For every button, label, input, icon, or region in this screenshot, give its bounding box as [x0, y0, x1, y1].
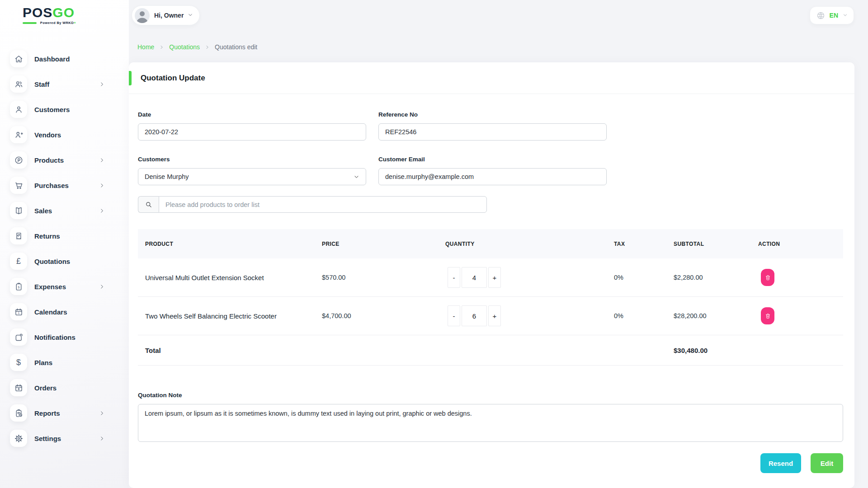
customer-user-icon [10, 101, 27, 118]
breadcrumb-current: Quotations edit [215, 43, 257, 51]
chevron-right-icon [99, 284, 105, 290]
sidebar-item-label: Notifications [34, 333, 75, 341]
quantity-decrease-button[interactable]: - [448, 305, 460, 326]
delete-row-button[interactable] [761, 269, 774, 286]
col-quantity: QUANTITY [438, 241, 607, 247]
logo-go: GO [52, 5, 75, 20]
sidebar-item-notifications[interactable]: Notifications [0, 324, 129, 350]
quotation-card: Quotation Update Date Reference No Custo… [129, 62, 854, 488]
chevron-right-icon [99, 410, 105, 416]
product-name: Universal Multi Outlet Extension Socket [138, 274, 315, 282]
page-title: Quotation Update [141, 74, 205, 83]
dollar-icon: $ [10, 354, 27, 371]
clipboard-clock-icon [10, 404, 27, 422]
chevron-down-icon [843, 11, 848, 19]
calendar-icon: 1 [10, 303, 27, 320]
date-input[interactable] [138, 123, 366, 141]
resend-button[interactable]: Resend [760, 453, 801, 473]
customers-select[interactable]: Denise Murphy [138, 168, 366, 185]
logo-pos: POS [23, 5, 52, 20]
sidebar-item-dashboard[interactable]: Dashboard [0, 46, 129, 71]
date-field-group: Date [138, 111, 366, 141]
chevron-right-icon [99, 208, 105, 214]
email-label: Customer Email [378, 156, 607, 163]
quantity-decrease-button[interactable]: - [448, 267, 460, 288]
sidebar-item-vendors[interactable]: Vendors [0, 122, 129, 147]
sidebar-item-settings[interactable]: Settings [0, 426, 129, 451]
product-subtotal: $28,200.00 [666, 312, 751, 319]
product-tax: 0% [607, 312, 666, 319]
sidebar-item-calendars[interactable]: 1 Calendars [0, 299, 129, 324]
chevron-right-icon [159, 45, 164, 50]
chevron-down-icon [188, 11, 193, 19]
sidebar-item-returns[interactable]: Returns [0, 223, 129, 249]
sidebar-item-orders[interactable]: Orders [0, 375, 129, 400]
sidebar-item-products[interactable]: Products [0, 147, 129, 173]
sidebar-item-expenses[interactable]: $ Expenses [0, 274, 129, 299]
breadcrumb-home[interactable]: Home [137, 43, 154, 51]
sidebar-item-purchases[interactable]: Purchases [0, 173, 129, 198]
quantity-increase-button[interactable]: + [488, 267, 501, 288]
quantity-increase-button[interactable]: + [488, 305, 501, 326]
language-code: EN [830, 12, 838, 19]
sidebar-item-label: Settings [34, 435, 61, 442]
sidebar: POSGO Powered By WRKD+ Dashboard Staff C… [0, 0, 129, 488]
logo-underline [23, 22, 37, 24]
chevron-right-icon [205, 45, 210, 50]
sidebar-item-plans[interactable]: $ Plans [0, 350, 129, 375]
sidebar-item-staff[interactable]: Staff [0, 71, 129, 97]
col-action: ACTION [751, 241, 843, 247]
breadcrumb: Home Quotations Quotations edit [137, 43, 868, 51]
sidebar-item-label: Expenses [34, 283, 66, 291]
sidebar-item-label: Customers [34, 106, 70, 113]
globe-icon [816, 11, 826, 20]
user-menu-button[interactable]: Hi, Owner [132, 5, 200, 25]
reference-input[interactable] [378, 123, 607, 141]
sidebar-item-label: Purchases [34, 182, 69, 189]
email-field[interactable] [378, 168, 607, 185]
trash-icon [764, 274, 771, 281]
sidebar-item-label: Products [34, 156, 64, 164]
app-logo[interactable]: POSGO Powered By WRKD+ [0, 0, 129, 33]
sidebar-menu: Dashboard Staff Customers Vendors [0, 46, 129, 451]
product-price: $570.00 [315, 274, 438, 281]
sidebar-item-sales[interactable]: Sales [0, 198, 129, 223]
chevron-right-icon [99, 183, 105, 188]
cart-icon [10, 177, 27, 194]
breadcrumb-quotations[interactable]: Quotations [169, 43, 200, 51]
receipt-return-icon [10, 227, 27, 244]
total-label: Total [138, 347, 315, 354]
quantity-value[interactable]: 6 [462, 305, 487, 326]
card-body: Date Reference No Customers Denise Murph… [129, 94, 854, 473]
quantity-stepper: - 6 + [438, 305, 607, 326]
pound-icon: £ [10, 253, 27, 270]
reference-field-group: Reference No [378, 111, 607, 141]
avatar [135, 8, 150, 23]
quantity-value[interactable]: 4 [462, 267, 487, 288]
table-header-row: PRODUCT PRICE QUANTITY TAX SUBTOTAL ACTI… [138, 229, 843, 258]
col-subtotal: SUBTOTAL [666, 241, 751, 247]
table-row: Two Wheels Self Balancing Electric Scoot… [138, 297, 843, 335]
edit-button[interactable]: Edit [811, 453, 843, 473]
vendor-user-plus-icon [10, 126, 27, 143]
chevron-down-icon [354, 174, 359, 180]
quantity-stepper: - 4 + [438, 267, 607, 288]
sidebar-item-label: Calendars [34, 308, 67, 316]
quotation-form: Date Reference No Customers Denise Murph… [138, 111, 843, 185]
quotation-note-textarea[interactable]: Lorem ipsum, or lipsum as it is sometime… [138, 404, 843, 442]
quotation-note-label: Quotation Note [138, 392, 843, 399]
delete-row-button[interactable] [761, 307, 774, 324]
total-value: $30,480.00 [666, 347, 751, 354]
sidebar-item-quotations[interactable]: £ Quotations [0, 249, 129, 274]
search-input[interactable] [159, 196, 487, 213]
sidebar-item-label: Quotations [34, 258, 70, 265]
notification-icon [10, 328, 27, 346]
customers-label: Customers [138, 156, 366, 163]
col-price: PRICE [315, 241, 438, 247]
powered-by: Powered By WRKD+ [23, 21, 76, 25]
language-selector[interactable]: EN [810, 6, 854, 24]
customers-selected-value: Denise Murphy [145, 173, 189, 180]
product-subtotal: $2,280.00 [666, 274, 751, 281]
sidebar-item-reports[interactable]: Reports [0, 400, 129, 426]
sidebar-item-customers[interactable]: Customers [0, 97, 129, 122]
